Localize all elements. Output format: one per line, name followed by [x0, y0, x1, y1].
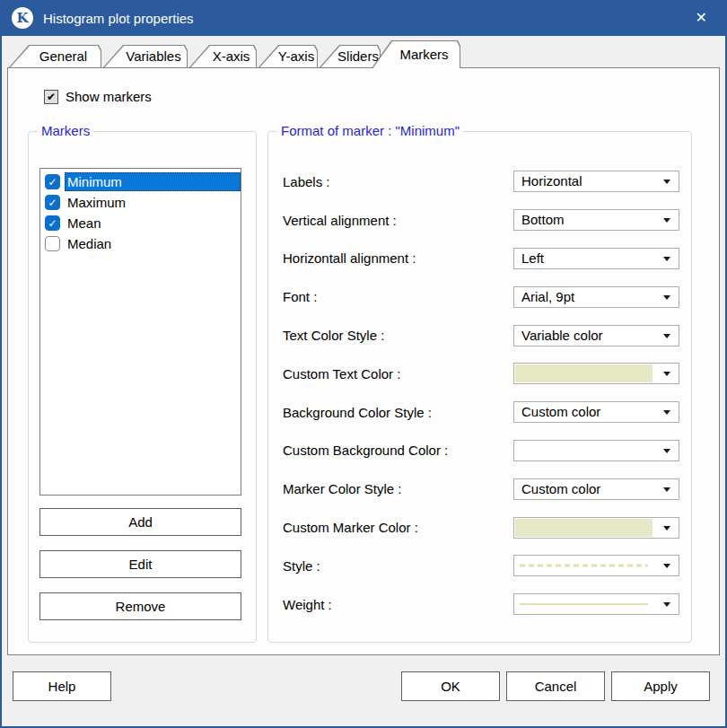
dropdown-arrow-icon[interactable]: [663, 180, 670, 184]
color-swatch: [515, 519, 653, 537]
remove-button[interactable]: Remove: [39, 592, 241, 620]
tab-label: Markers: [372, 40, 460, 68]
list-item-label: Median: [65, 234, 241, 253]
dropdown-font[interactable]: Arial, 9pt: [513, 286, 679, 308]
tab-bar: GeneralVariablesX-axisY-axisSlidersMarke…: [2, 40, 725, 68]
dropdown-arrow-icon[interactable]: [663, 526, 670, 531]
format-label-style: Style :: [283, 558, 320, 574]
dropdown-labels[interactable]: Horizontal: [513, 171, 679, 192]
tab-general[interactable]: General: [9, 45, 101, 67]
tab-variables[interactable]: Variables: [103, 45, 188, 67]
tab-page-markers: ✔ Show markers Markers ✓Minimum✓Maximum✓…: [7, 67, 720, 655]
tab-label: X-axis: [189, 45, 257, 67]
dropdown-arrow-icon[interactable]: [663, 487, 670, 492]
format-rows: Labels :HorizontalVertical alignment :Bo…: [268, 132, 691, 642]
checkbox-check-icon[interactable]: ✔: [44, 90, 58, 104]
checkbox-checked-icon[interactable]: ✓: [45, 174, 60, 189]
dropdown-arrow-icon[interactable]: [663, 602, 670, 607]
show-markers-checkbox[interactable]: ✔ Show markers: [44, 89, 152, 104]
dropdown-horizontall-alignment[interactable]: Left: [513, 248, 679, 269]
dashed-line-preview: [520, 565, 648, 567]
add-button[interactable]: Add: [39, 508, 241, 536]
dropdown-arrow-icon[interactable]: [663, 218, 670, 223]
dropdown-vertical-alignment[interactable]: Bottom: [513, 209, 679, 231]
help-button[interactable]: Help: [13, 671, 111, 701]
list-item-mean[interactable]: ✓Mean: [40, 213, 241, 233]
checkbox-checked-icon[interactable]: ✓: [45, 215, 60, 231]
edit-button[interactable]: Edit: [39, 550, 241, 578]
format-row-background-color-style: Background Color Style :Custom color: [268, 393, 691, 432]
dropdown-custom-marker-color[interactable]: [513, 517, 679, 539]
format-label-custom-marker-color: Custom Marker Color :: [283, 520, 418, 535]
dropdown-background-color-style[interactable]: Custom color: [513, 401, 679, 423]
apply-button[interactable]: Apply: [611, 671, 710, 701]
format-label-vertical-alignment: Vertical alignment :: [283, 213, 397, 228]
format-row-font: Font :Arial, 9pt: [268, 277, 691, 316]
ok-button[interactable]: OK: [401, 671, 500, 701]
dropdown-arrow-icon[interactable]: [663, 564, 670, 568]
format-row-labels: Labels :Horizontal: [268, 162, 691, 201]
dropdown-value: Arial, 9pt: [514, 287, 679, 307]
format-row-custom-background-color: Custom Background Color :: [268, 432, 691, 470]
close-icon[interactable]: ✕: [690, 7, 713, 29]
dropdown-arrow-icon[interactable]: [663, 295, 670, 300]
tab-markers[interactable]: Markers: [372, 40, 460, 68]
color-swatch: [515, 442, 653, 460]
dropdown-arrow-icon[interactable]: [663, 334, 670, 338]
dropdown-value: Left: [514, 249, 679, 268]
format-label-custom-text-color: Custom Text Color :: [283, 366, 400, 382]
format-row-vertical-alignment: Vertical alignment :Bottom: [268, 201, 691, 240]
format-label-labels: Labels :: [283, 174, 330, 189]
format-row-custom-marker-color: Custom Marker Color :: [268, 508, 691, 547]
list-item-median[interactable]: ✓Median: [40, 233, 241, 254]
dropdown-value: Custom color: [514, 479, 679, 499]
show-markers-label: Show markers: [66, 89, 152, 104]
dropdown-value: Bottom: [514, 210, 679, 230]
color-swatch: [515, 364, 653, 382]
dropdown-arrow-icon[interactable]: [663, 410, 670, 415]
list-item-minimum[interactable]: ✓Minimum: [40, 171, 241, 192]
tab-x-axis[interactable]: X-axis: [189, 45, 257, 67]
dropdown-arrow-icon[interactable]: [663, 372, 670, 376]
title-bar: K Histogram plot properties ✕: [0, 0, 727, 36]
dialog-histogram-plot-properties: K Histogram plot properties ✕ GeneralVar…: [0, 0, 727, 728]
marker-list[interactable]: ✓Minimum✓Maximum✓Mean✓Median: [39, 168, 241, 496]
markers-group-title: Markers: [38, 123, 93, 138]
dropdown-value: Horizontal: [514, 171, 679, 191]
format-label-marker-color-style: Marker Color Style :: [283, 481, 402, 496]
tab-y-axis[interactable]: Y-axis: [258, 45, 318, 67]
solid-line-preview: [520, 603, 648, 605]
format-groupbox: Format of marker : "Minimum" Labels :Hor…: [267, 131, 692, 643]
markers-groupbox: Markers ✓Minimum✓Maximum✓Mean✓Median Add…: [28, 131, 257, 643]
dropdown-style[interactable]: [513, 555, 679, 576]
checkbox-checked-icon[interactable]: ✓: [45, 195, 60, 210]
checkbox-unchecked-icon[interactable]: ✓: [45, 236, 60, 251]
dropdown-arrow-icon[interactable]: [663, 449, 670, 453]
dropdown-text-color-style[interactable]: Variable color: [513, 325, 679, 346]
dropdown-arrow-icon[interactable]: [663, 257, 670, 261]
format-label-horizontall-alignment: Horizontall alignment :: [283, 250, 416, 266]
dropdown-value: Custom color: [514, 402, 679, 422]
tab-label: Variables: [103, 45, 188, 67]
format-row-style: Style :: [268, 547, 691, 585]
format-row-weight: Weight :: [268, 585, 691, 624]
format-row-custom-text-color: Custom Text Color :: [268, 355, 691, 393]
tab-label: General: [9, 45, 101, 67]
list-item-label: Minimum: [65, 172, 241, 191]
window-title: Histogram plot properties: [43, 11, 194, 26]
dropdown-custom-background-color[interactable]: [513, 440, 679, 461]
list-item-label: Maximum: [65, 193, 241, 212]
format-label-background-color-style: Background Color Style :: [283, 405, 432, 420]
dropdown-custom-text-color[interactable]: [513, 363, 679, 384]
list-item-label: Mean: [65, 214, 241, 232]
dropdown-value: Variable color: [514, 326, 679, 346]
format-label-weight: Weight :: [283, 597, 332, 612]
dropdown-weight[interactable]: [513, 593, 679, 615]
format-label-custom-background-color: Custom Background Color :: [283, 443, 448, 458]
format-row-marker-color-style: Marker Color Style :Custom color: [268, 469, 691, 508]
format-row-horizontall-alignment: Horizontall alignment :Left: [268, 240, 691, 278]
dropdown-marker-color-style[interactable]: Custom color: [513, 478, 679, 500]
tab-label: Y-axis: [258, 45, 318, 67]
list-item-maximum[interactable]: ✓Maximum: [40, 192, 241, 213]
cancel-button[interactable]: Cancel: [506, 671, 605, 701]
